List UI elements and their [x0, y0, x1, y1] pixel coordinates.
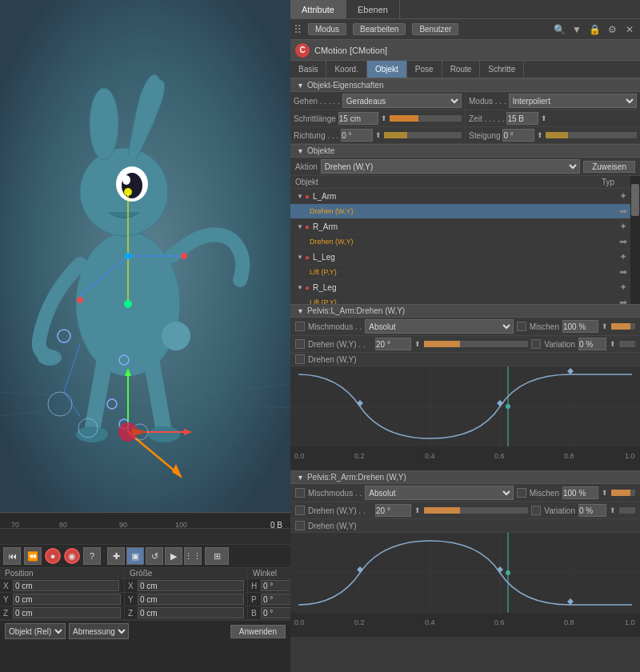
basis-tab[interactable]: Basis — [290, 61, 326, 78]
zuweisen-button[interactable]: Zuweisen — [583, 161, 635, 173]
schrittlaenge-stepper[interactable]: ⬆ — [381, 114, 387, 122]
variation-r-arm-cb[interactable] — [531, 506, 541, 515]
gehen-field[interactable]: Gehen . . . . . Geradeaus — [290, 92, 466, 110]
z-size-input[interactable] — [138, 607, 244, 618]
mischen-r-arm-input[interactable] — [562, 486, 598, 499]
tree-item-l-arm-drehen[interactable]: Drehen (W,Y) ➡ — [290, 204, 630, 219]
b-angle-input[interactable] — [261, 607, 290, 618]
richtung-input[interactable] — [341, 129, 373, 142]
z-size-row[interactable]: Z — [125, 606, 247, 620]
richtung-slider[interactable] — [384, 132, 462, 138]
viewport-3d[interactable]: 70 80 90 100 0 B ⏮ ⏪ ● ◉ ? ✚ ▣ ↺ ▶ — [0, 0, 290, 672]
mischmodus-r-arm-select[interactable]: Absolut — [365, 486, 514, 500]
tree-item-r-arm[interactable]: ▼ ● R_Arm ✦ — [290, 219, 630, 234]
tree-item-l-leg[interactable]: ▼ ● L_Leg ✦ — [290, 250, 630, 265]
schrittlaenge-slider[interactable] — [390, 115, 462, 122]
variation-l-arm-stepper[interactable]: ⬆ — [610, 340, 616, 348]
timeline-track-1[interactable] — [0, 529, 290, 545]
filter-icon[interactable]: ▼ — [570, 22, 584, 37]
modus-field[interactable]: Modus . . . Interpoliert — [466, 92, 640, 110]
rotate-tool[interactable]: ↺ — [146, 547, 163, 565]
tree-item-r-leg[interactable]: ▼ ● R_Leg ✦ — [290, 280, 630, 295]
pose-tab[interactable]: Pose — [407, 61, 442, 78]
graph2-container[interactable]: 0.0 0.2 0.4 0.6 0.8 1.0 — [290, 533, 640, 637]
benutzer-button[interactable]: Benutzer — [412, 23, 458, 35]
x-size-row[interactable]: X — [125, 579, 247, 593]
modus-select[interactable]: Interpoliert — [509, 94, 637, 108]
rewind-button[interactable]: ⏮ — [3, 547, 21, 565]
tree-item-r-arm-drehen[interactable]: Drehen (W,Y) ➡ — [290, 234, 630, 250]
mischmodus-r-arm-checkbox[interactable] — [295, 488, 305, 498]
steigung-field[interactable]: Steigung ⬆ — [466, 127, 640, 143]
mischmodus-l-arm-checkbox[interactable] — [295, 322, 305, 331]
drehen-r-arm-cb2[interactable] — [295, 521, 305, 530]
timeline-area[interactable]: 70 80 90 100 0 B ⏮ ⏪ ● ◉ ? ✚ ▣ ↺ ▶ — [0, 512, 290, 672]
bearbeiten-button[interactable]: Bearbeiten — [353, 23, 406, 35]
route-tab[interactable]: Route — [442, 61, 481, 78]
mischmodus-l-arm-select[interactable]: Absolut — [365, 319, 514, 334]
scale-tool[interactable]: ▣ — [126, 547, 144, 565]
playback-button[interactable]: ▶ — [165, 547, 182, 565]
step-back-button[interactable]: ⏪ — [24, 547, 42, 565]
gehen-select[interactable]: Geradeaus — [342, 94, 462, 108]
zeit-field[interactable]: Zeit . . . . . ⬆ — [466, 110, 640, 126]
mischen-l-arm-checkbox[interactable] — [517, 322, 526, 331]
panel-scroll-area[interactable]: ▼ Objekt-Eigenschaften Gehen . . . . . G… — [290, 78, 640, 672]
play-record-button[interactable]: ● — [45, 548, 61, 564]
koord-tab[interactable]: Koord. — [326, 61, 366, 78]
variation-r-arm-input[interactable] — [578, 504, 606, 517]
variation-l-arm-input[interactable] — [578, 338, 606, 350]
objects-scrollbar[interactable] — [630, 176, 640, 304]
drehen-r-arm-cb1[interactable] — [295, 506, 305, 515]
close-icon[interactable]: ✕ — [622, 22, 637, 37]
objekt-rel-select[interactable]: Objekt (Rel) — [5, 623, 66, 639]
tree-item-l-arm[interactable]: ▼ ● L_Arm ✦ — [290, 189, 630, 204]
steigung-stepper[interactable]: ⬆ — [537, 131, 543, 139]
tree-item-l-leg-lift[interactable]: Lift (P,Y) ➡ — [290, 265, 630, 280]
schrittlaenge-field[interactable]: Schrittlänge ⬆ — [290, 110, 466, 126]
p-angle-row[interactable]: P — [248, 593, 290, 606]
drehen-l-arm-input1[interactable] — [375, 338, 411, 350]
mischen-l-arm-stepper[interactable]: ⬆ — [602, 322, 608, 330]
move-tool[interactable]: ✚ — [107, 547, 125, 565]
anwenden-button[interactable]: Anwenden — [230, 625, 286, 638]
drehen-l-arm-stepper1[interactable]: ⬆ — [414, 340, 421, 348]
mischen-l-arm-slider[interactable] — [611, 323, 635, 330]
y-pos-input[interactable] — [13, 594, 121, 605]
help-button[interactable]: ? — [83, 547, 101, 565]
drehen-l-arm-cb1[interactable] — [295, 339, 305, 349]
richtung-field[interactable]: Richtung . . . ⬆ — [290, 127, 466, 143]
steigung-input[interactable] — [502, 129, 534, 142]
objects-scrollbar-thumb[interactable] — [631, 184, 639, 216]
aktion-select[interactable]: Drehen (W,Y) — [321, 159, 580, 174]
lock-icon[interactable]: 🔒 — [587, 22, 602, 37]
drehen-r-arm-input1[interactable] — [375, 504, 411, 517]
search-icon[interactable]: 🔍 — [552, 22, 566, 37]
modus-button[interactable]: Modus — [308, 23, 346, 35]
b-angle-row[interactable]: B — [248, 606, 290, 620]
objects-tree[interactable]: Objekt Typ ▼ ● L_Arm ✦ Drehen (W,Y) ➡ — [290, 176, 630, 304]
y-size-row[interactable]: Y — [125, 593, 247, 606]
objekt-tab[interactable]: Objekt — [367, 61, 407, 78]
mischen-r-arm-stepper[interactable]: ⬆ — [602, 489, 608, 497]
p-angle-input[interactable] — [261, 594, 290, 605]
h-angle-input[interactable] — [261, 580, 290, 591]
schritte-tab[interactable]: Schritte — [480, 61, 524, 78]
z-pos-input[interactable] — [13, 607, 121, 618]
schrittlaenge-input[interactable] — [338, 112, 378, 125]
drehen-r-arm-slider1[interactable] — [424, 507, 528, 514]
grid-button[interactable]: ⋮⋮ — [184, 547, 202, 565]
settings-icon[interactable]: ⚙ — [605, 22, 619, 37]
x-size-input[interactable] — [138, 580, 244, 591]
tree-item-r-leg-lift[interactable]: Lift (P,Y) ➡ — [290, 295, 630, 304]
drehen-l-arm-cb2[interactable] — [295, 354, 305, 364]
mischen-l-arm-input[interactable] — [562, 320, 598, 333]
zeit-input[interactable] — [506, 112, 538, 125]
attribute-tab[interactable]: Attribute — [290, 0, 346, 18]
y-pos-row[interactable]: Y — [0, 593, 124, 606]
variation-r-arm-slider[interactable] — [619, 507, 635, 514]
x-pos-input[interactable] — [13, 580, 119, 591]
richtung-stepper[interactable]: ⬆ — [375, 131, 382, 139]
mischen-r-arm-checkbox[interactable] — [517, 488, 526, 498]
graph1-container[interactable]: 0.0 0.2 0.4 0.6 0.8 1.0 — [290, 366, 640, 470]
